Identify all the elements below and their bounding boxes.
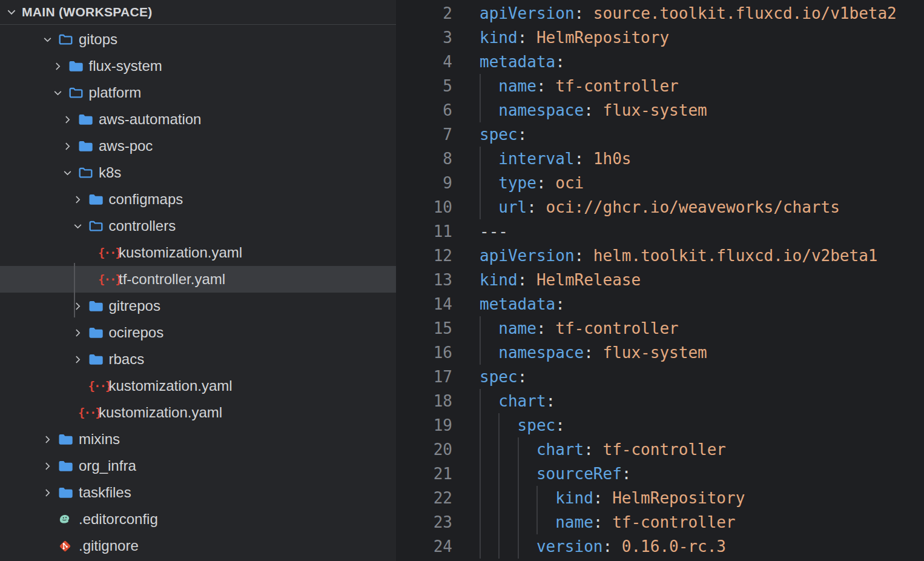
code-line[interactable]: 4 metadata:: [396, 50, 924, 74]
line-number: 24: [396, 534, 452, 559]
tree-item-flux-system[interactable]: flux-system: [0, 53, 396, 79]
chevron-right-icon[interactable]: [73, 354, 88, 365]
code-line[interactable]: 7 spec:: [396, 122, 924, 147]
line-number: 13: [396, 268, 452, 292]
code-line[interactable]: 13 kind: HelmRelease: [396, 268, 924, 292]
line-number: 12: [396, 244, 452, 268]
code-line[interactable]: 9 type: oci: [396, 171, 924, 195]
indent-guide: [480, 437, 481, 462]
code-line[interactable]: 6 namespace: flux-system: [396, 98, 924, 122]
tree-item-kustomization-yaml[interactable]: {··} kustomization.yaml: [0, 239, 396, 266]
colon: :: [536, 77, 546, 95]
tree-item-k8s[interactable]: k8s: [0, 159, 396, 186]
tree-item-gitrepos[interactable]: gitrepos: [0, 293, 396, 319]
indent-guide: [480, 510, 481, 534]
code-line[interactable]: 24 version: 0.16.0-rc.3: [396, 534, 924, 559]
code-line[interactable]: 11 ---: [396, 219, 924, 244]
yaml-key: chart: [536, 440, 584, 459]
chevron-down-icon[interactable]: [6, 7, 22, 18]
tree-item-gitignore[interactable]: .gitignore: [0, 533, 396, 559]
chevron-down-icon[interactable]: [73, 221, 88, 231]
tree-item-aws-automation[interactable]: aws-automation: [0, 106, 396, 133]
code-lines: 2 apiVersion: source.toolkit.fluxcd.io/v…: [396, 1, 924, 559]
folder-icon: [88, 327, 107, 339]
code-line[interactable]: 22 kind: HelmRepository: [396, 486, 924, 510]
code-line[interactable]: 8 interval: 1h0s: [396, 147, 924, 171]
code-text: namespace: flux-system: [480, 98, 707, 122]
indent-guide: [480, 147, 481, 171]
code-text: url: oci://ghcr.io/weaveworks/charts: [480, 195, 840, 219]
tree-item-ocirepos[interactable]: ocirepos: [0, 319, 396, 346]
code-line[interactable]: 10 url: oci://ghcr.io/weaveworks/charts: [396, 195, 924, 219]
tree-indent-guide: [74, 263, 75, 317]
yaml-key: url: [498, 198, 527, 216]
git-file-icon: [58, 539, 76, 553]
chevron-down-icon[interactable]: [53, 88, 68, 98]
folder-open-icon: [78, 167, 96, 179]
code-line[interactable]: 14 metadata:: [396, 292, 924, 316]
tree-item-label: .gitignore: [79, 537, 139, 554]
folder-open-icon: [58, 33, 76, 45]
code-line[interactable]: 2 apiVersion: source.toolkit.fluxcd.io/v…: [396, 1, 924, 25]
code-line[interactable]: 18 chart:: [396, 389, 924, 413]
tree-item-kustomization-yaml[interactable]: {··} kustomization.yaml: [0, 399, 396, 426]
chevron-right-icon[interactable]: [42, 488, 58, 498]
tree-item-taskfiles[interactable]: taskfiles: [0, 479, 396, 506]
tree-item-org-infra[interactable]: org_infra: [0, 453, 396, 479]
yaml-value: tf-controller: [555, 77, 679, 95]
code-line[interactable]: 5 name: tf-controller: [396, 74, 924, 98]
tree-item-tf-controller-yaml[interactable]: {··} tf-controller.yaml: [0, 266, 396, 293]
indent-guide: [480, 486, 481, 510]
yaml-value: helm.toolkit.fluxcd.io/v2beta1: [593, 247, 878, 265]
yaml-value: tf-controller: [555, 319, 679, 337]
tree-item-configmaps[interactable]: configmaps: [0, 186, 396, 213]
chevron-right-icon[interactable]: [73, 328, 88, 338]
tree-item-label: k8s: [99, 164, 121, 181]
chevron-right-icon[interactable]: [42, 461, 58, 471]
line-number: 8: [396, 147, 452, 171]
file-tree[interactable]: gitops flux-system platform aws-automati…: [0, 25, 396, 559]
code-text: chart: tf-controller: [480, 437, 726, 462]
code-line[interactable]: 21 sourceRef:: [396, 462, 924, 486]
code-line[interactable]: 19 spec:: [396, 413, 924, 437]
yaml-key: chart: [498, 392, 546, 410]
tree-item-controllers[interactable]: controllers: [0, 213, 396, 239]
workspace-section-header[interactable]: MAIN (WORKSPACE): [0, 0, 396, 25]
chevron-right-icon[interactable]: [42, 434, 58, 445]
indent-guide: [480, 316, 481, 340]
chevron-right-icon[interactable]: [53, 61, 68, 71]
colon: :: [518, 125, 527, 144]
tree-item-label: platform: [89, 84, 142, 101]
tree-item-platform[interactable]: platform: [0, 79, 396, 106]
code-line[interactable]: 17 spec:: [396, 365, 924, 389]
indent-guide: [498, 413, 500, 437]
vscode-window: MAIN (WORKSPACE) gitops flux-system plat…: [0, 0, 924, 561]
line-number: 17: [396, 365, 452, 389]
code-editor[interactable]: 2 apiVersion: source.toolkit.fluxcd.io/v…: [396, 0, 924, 561]
code-line[interactable]: 15 name: tf-controller: [396, 316, 924, 340]
tree-item-editorconfig[interactable]: .editorconfig: [0, 506, 396, 533]
chevron-down-icon[interactable]: [62, 168, 78, 178]
code-text: name: tf-controller: [480, 74, 679, 98]
chevron-right-icon[interactable]: [73, 194, 88, 205]
code-line[interactable]: 20 chart: tf-controller: [396, 437, 924, 462]
chevron-right-icon[interactable]: [62, 141, 78, 151]
indent-guide: [498, 534, 500, 559]
chevron-down-icon[interactable]: [42, 35, 58, 45]
line-number: 20: [396, 437, 452, 462]
code-line[interactable]: 16 namespace: flux-system: [396, 340, 924, 365]
tree-item-kustomization-yaml[interactable]: {··} kustomization.yaml: [0, 373, 396, 399]
yaml-key: name: [555, 513, 593, 531]
tree-item-mixins[interactable]: mixins: [0, 426, 396, 453]
tree-item-gitops[interactable]: gitops: [0, 26, 396, 53]
yaml-value: tf-controller: [603, 440, 727, 459]
line-number: 23: [396, 510, 452, 534]
code-line[interactable]: 3 kind: HelmRepository: [396, 25, 924, 50]
code-line[interactable]: 12 apiVersion: helm.toolkit.fluxcd.io/v2…: [396, 244, 924, 268]
chevron-right-icon[interactable]: [62, 115, 78, 125]
code-text: sourceRef:: [480, 462, 631, 486]
code-line[interactable]: 23 name: tf-controller: [396, 510, 924, 534]
tree-item-rbacs[interactable]: rbacs: [0, 346, 396, 373]
tree-item-aws-poc[interactable]: aws-poc: [0, 133, 396, 159]
tree-item-label: flux-system: [89, 58, 162, 75]
